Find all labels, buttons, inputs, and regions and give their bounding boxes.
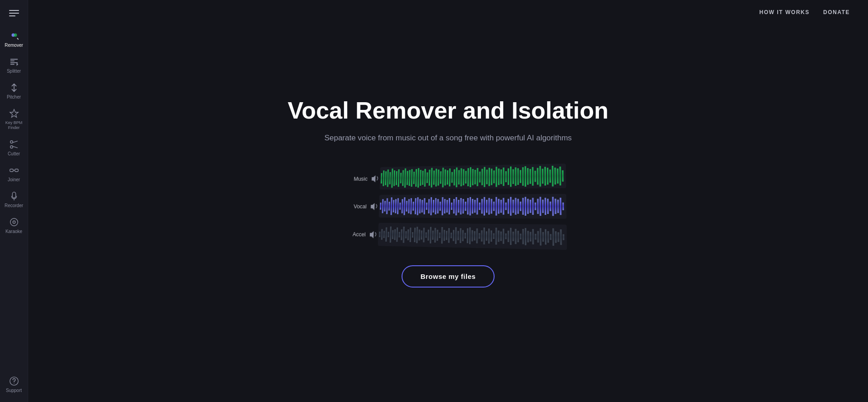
svg-rect-8 xyxy=(10,169,13,172)
sidebar-label-cutter: Cutter xyxy=(8,151,20,156)
waveform-wrapper: Music xyxy=(341,164,567,245)
sidebar-item-joiner[interactable]: Joiner xyxy=(0,161,28,187)
track-info-music: Music xyxy=(343,174,380,183)
sidebar-item-pitcher[interactable]: Pitcher xyxy=(0,78,28,104)
svg-line-7 xyxy=(12,146,17,148)
track-label-music: Music xyxy=(353,175,368,182)
browse-files-button[interactable]: Browse my files xyxy=(402,265,495,288)
sidebar-item-cutter[interactable]: Cutter xyxy=(0,135,28,161)
sidebar-label-splitter: Splitter xyxy=(7,69,21,74)
sidebar-label-joiner: Joiner xyxy=(8,177,20,182)
support-label: Support xyxy=(6,388,22,393)
track-row-other: Accel xyxy=(340,223,567,250)
sidebar-label-pitcher: Pitcher xyxy=(7,94,21,99)
volume-icon-other xyxy=(369,230,378,238)
svg-marker-3 xyxy=(10,109,18,117)
svg-point-13 xyxy=(13,221,15,223)
remover-icon xyxy=(9,31,19,41)
hero-title: Vocal Remover and Isolation xyxy=(288,96,608,124)
sidebar-item-karaoke[interactable]: Karaoke xyxy=(0,213,28,238)
waveform-container: Music xyxy=(335,165,562,243)
sidebar: Remover Splitter Pitcher Key BPM Finder … xyxy=(0,0,28,402)
sidebar-item-key-bpm[interactable]: Key BPM Finder xyxy=(0,104,28,135)
track-row-music: Music xyxy=(343,164,566,190)
hero-subtitle: Separate voice from music out of a song … xyxy=(324,134,572,143)
sidebar-label-recorder: Recorder xyxy=(5,203,23,208)
volume-icon-music xyxy=(371,174,380,182)
sidebar-item-splitter[interactable]: Splitter xyxy=(0,52,28,78)
waveform-other xyxy=(378,223,567,250)
main-content: HOW IT WORKS DONATE Vocal Remover and Is… xyxy=(28,0,868,402)
sidebar-label-remover: Remover xyxy=(5,43,23,48)
volume-icon-vocal xyxy=(370,202,379,210)
svg-point-1 xyxy=(14,34,17,37)
splitter-icon xyxy=(9,57,19,67)
menu-button[interactable] xyxy=(0,5,28,22)
joiner-icon xyxy=(9,165,19,175)
cutter-icon xyxy=(9,139,19,149)
key-bpm-icon xyxy=(9,109,19,119)
sidebar-item-support[interactable]: Support xyxy=(0,372,28,397)
track-info-other: Accel xyxy=(341,230,378,238)
track-info-vocal: Vocal xyxy=(342,202,379,210)
waveform-music xyxy=(379,164,566,190)
track-row-vocal: Vocal xyxy=(342,194,566,219)
sidebar-label-key-bpm: Key BPM Finder xyxy=(2,120,25,130)
svg-point-15 xyxy=(14,383,14,383)
svg-line-6 xyxy=(12,141,17,142)
svg-rect-9 xyxy=(15,169,18,172)
hero-section: Vocal Remover and Isolation Separate voi… xyxy=(28,0,868,402)
support-icon xyxy=(9,376,19,386)
sidebar-label-karaoke: Karaoke xyxy=(5,229,22,234)
sidebar-item-remover[interactable]: Remover xyxy=(0,26,28,52)
track-label-other: Accel xyxy=(352,231,365,238)
track-label-vocal: Vocal xyxy=(353,203,367,209)
waveform-vocal xyxy=(378,194,566,219)
karaoke-icon xyxy=(9,217,19,227)
sidebar-item-recorder[interactable]: Recorder xyxy=(0,187,28,213)
recorder-icon xyxy=(9,191,19,201)
pitcher-icon xyxy=(9,83,19,93)
hamburger-icon xyxy=(9,10,19,16)
svg-point-12 xyxy=(10,218,18,226)
svg-marker-2 xyxy=(16,63,18,66)
